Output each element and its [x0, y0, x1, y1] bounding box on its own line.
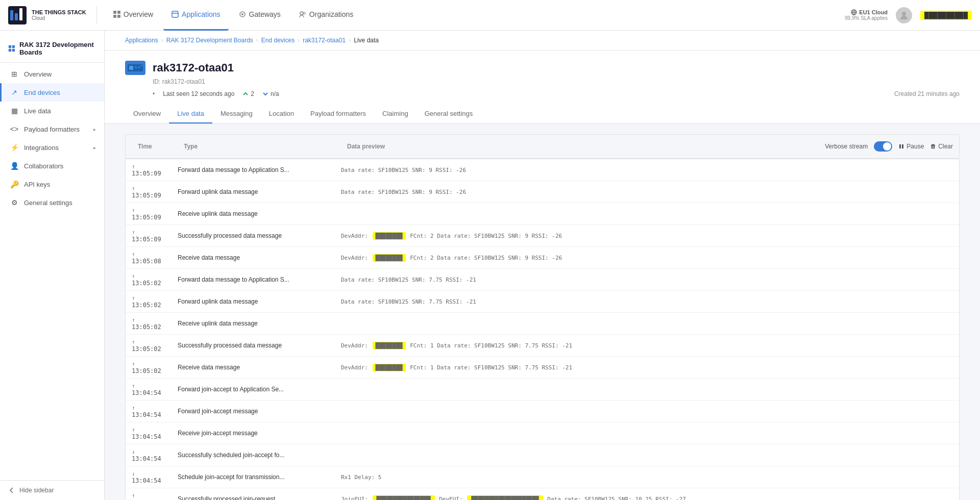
hide-sidebar-button[interactable]: Hide sidebar — [8, 487, 96, 494]
tab-claiming[interactable]: Claiming — [374, 105, 416, 123]
table-row[interactable]: ↓ 13:04:54 Successfully scheduled join-a… — [126, 444, 959, 466]
sidebar-item-end-devices[interactable]: ↗ End devices — [0, 83, 104, 102]
sidebar-bottom: Hide sidebar — [0, 480, 104, 500]
device-tabs: Overview Live data Messaging Location Pa… — [125, 105, 960, 123]
cell-type: Receive data message — [172, 251, 335, 265]
app-dashboard-icon — [8, 44, 15, 53]
svg-rect-7 — [117, 15, 120, 18]
sidebar-item-general-settings[interactable]: ⚙ General settings — [0, 193, 104, 212]
gateway-icon — [239, 11, 246, 18]
svg-rect-3 — [19, 8, 22, 20]
tab-overview[interactable]: Overview — [125, 105, 169, 123]
cell-time: ↑ 13:05:02 — [126, 335, 172, 356]
table-row[interactable]: ↑ 13:04:54 Forward join-accept message — [126, 401, 959, 422]
cell-preview — [335, 408, 959, 415]
user-icon — [899, 10, 909, 20]
last-seen: Last seen 12 seconds ago — [163, 90, 234, 97]
expand-icon-int: ▸ — [93, 145, 96, 151]
down-arrow-icon — [262, 91, 268, 97]
sidebar-item-payload-formatters[interactable]: <> Payload formatters ▸ — [0, 120, 104, 138]
svg-point-13 — [303, 12, 305, 14]
tab-messaging[interactable]: Messaging — [212, 105, 261, 123]
breadcrumb-rak3172[interactable]: RAK 3172 Development Boards — [166, 37, 253, 44]
table-row[interactable]: ↑ 13:05:09 Forward data message to Appli… — [126, 159, 959, 181]
brand-text: THE THINGS STACK Cloud — [32, 9, 86, 21]
table-row[interactable]: ↑ 13:05:02 Forward uplink data message D… — [126, 291, 959, 313]
dev-addr-badge: ████████ — [373, 254, 406, 262]
down-count: n/a — [262, 90, 279, 97]
tab-payload-formatters[interactable]: Payload formatters — [302, 105, 374, 123]
table-row[interactable]: ↑ 13:04:52 Successfully processed join-r… — [126, 488, 959, 500]
dev-addr-badge: ████████ — [373, 342, 406, 349]
breadcrumb: Applications › RAK 3172 Development Boar… — [105, 31, 980, 51]
device-id: ID: rak3172-otaa01 — [153, 78, 960, 85]
table-row[interactable]: ↑ 13:05:02 Receive data message DevAddr:… — [126, 357, 959, 379]
nav-right: EU1 Cloud 99.9% SLA applies ██████████ — [845, 7, 972, 23]
table-row[interactable]: ↑ 13:05:09 Receive uplink data message — [126, 203, 959, 225]
table-row[interactable]: ↑ 13:04:54 Forward join-accept to Applic… — [126, 379, 959, 401]
clear-button[interactable]: Clear — [930, 143, 953, 150]
cell-time: ↓ 13:04:54 — [126, 444, 172, 466]
cell-preview — [335, 430, 959, 437]
sidebar-item-live-data[interactable]: ▦ Live data — [0, 102, 104, 120]
svg-rect-8 — [172, 11, 178, 17]
user-name[interactable]: ██████████ — [920, 11, 972, 20]
org-icon — [299, 11, 306, 18]
col-preview-header: Data preview — [341, 139, 825, 154]
logo-area: THE THINGS STACK Cloud — [8, 6, 97, 24]
cell-type: Successfully processed data message — [172, 229, 335, 243]
created-time: Created 21 minutes ago — [894, 90, 960, 97]
sidebar-item-integrations[interactable]: ⚡ Integrations ▸ — [0, 138, 104, 157]
svg-rect-21 — [12, 49, 15, 52]
live-data-icon: ▦ — [10, 107, 19, 115]
device-header: rak3172-otaa01 ID: rak3172-otaa01 • Last… — [105, 51, 980, 124]
table-row[interactable]: ↑ 13:05:02 Successfully processed data m… — [126, 335, 959, 357]
table-row[interactable]: ↑ 13:05:09 Forward uplink data message D… — [126, 181, 959, 203]
chevron-left-icon — [8, 487, 15, 494]
sidebar-item-api-keys[interactable]: 🔑 API keys — [0, 175, 104, 193]
breadcrumb-current: Live data — [354, 37, 379, 44]
device-meta: • Last seen 12 seconds ago 2 n/a Created… — [153, 90, 960, 97]
table-row[interactable]: ↑ 13:04:54 Receive join-accept message — [126, 422, 959, 444]
nav-overview[interactable]: Overview — [105, 0, 161, 31]
table-row[interactable]: ↑ 13:05:09 Successfully processed data m… — [126, 225, 959, 247]
cell-preview: DevAddr: ████████ FCnt: 1 Data rate: SF1… — [335, 360, 959, 375]
up-arrow-icon — [242, 91, 249, 97]
cell-type: Receive join-accept message — [172, 426, 335, 440]
api-keys-icon: 🔑 — [10, 180, 19, 188]
nav-gateways[interactable]: Gateways — [231, 0, 289, 31]
cell-type: Forward uplink data message — [172, 185, 335, 199]
svg-point-17 — [902, 12, 906, 16]
cloud-info[interactable]: EU1 Cloud 99.9% SLA applies — [845, 9, 888, 21]
device-icon — [125, 61, 145, 75]
device-title-row: rak3172-otaa01 — [125, 61, 960, 75]
cell-preview: Data rate: SF10BW125 SNR: 9 RSSI: -26 — [335, 185, 959, 199]
tab-general-settings[interactable]: General settings — [416, 105, 481, 123]
sidebar: RAK 3172 Development Boards ⊞ Overview ↗… — [0, 31, 105, 500]
pause-icon — [898, 143, 904, 149]
avatar[interactable] — [896, 7, 912, 23]
table-row[interactable]: ↓ 13:04:54 Schedule join-accept for tran… — [126, 466, 959, 488]
tab-live-data[interactable]: Live data — [169, 105, 212, 123]
cell-time: ↑ 13:05:09 — [126, 225, 172, 246]
verbose-toggle[interactable] — [874, 141, 892, 152]
table-controls: Verbose stream Pause Clear — [825, 141, 953, 152]
cell-type: Forward join-accept message — [172, 404, 335, 418]
cell-preview: JoinEUI: ████████████████ DevEUI: ██████… — [335, 492, 959, 501]
tab-location[interactable]: Location — [261, 105, 302, 123]
sidebar-item-overview[interactable]: ⊞ Overview — [0, 65, 104, 83]
table-row[interactable]: ↑ 13:05:08 Receive data message DevAddr:… — [126, 247, 959, 269]
table-controls-row: Time Type Data preview Verbose stream Pa… — [125, 134, 960, 159]
breadcrumb-end-devices[interactable]: End devices — [261, 37, 295, 44]
table-row[interactable]: ↑ 13:05:02 Receive uplink data message — [126, 313, 959, 335]
breadcrumb-device-id[interactable]: rak3172-otaa01 — [303, 37, 346, 44]
sidebar-app-name: RAK 3172 Development Boards — [0, 35, 104, 63]
nav-applications[interactable]: Applications — [163, 0, 229, 31]
sidebar-item-collaborators[interactable]: 👤 Collaborators — [0, 157, 104, 175]
table-row[interactable]: ↑ 13:05:02 Forward data message to Appli… — [126, 269, 959, 291]
cell-preview: Data rate: SF10BW125 SNR: 7.75 RSSI: -21 — [335, 273, 959, 287]
nav-organizations[interactable]: Organizations — [291, 0, 361, 31]
globe-icon — [851, 9, 857, 15]
pause-button[interactable]: Pause — [898, 143, 924, 150]
breadcrumb-applications[interactable]: Applications — [125, 37, 158, 44]
